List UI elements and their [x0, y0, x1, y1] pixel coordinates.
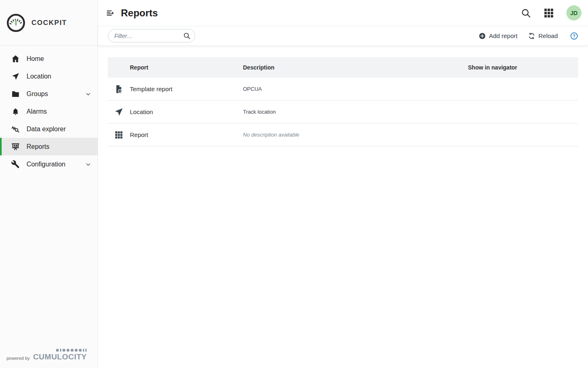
filter-input[interactable]: [108, 29, 195, 43]
app-window: COCKPIT Home Location Groups: [0, 0, 588, 368]
action-toolbar: Add report Reload ?: [98, 26, 588, 46]
report-description: Track location: [243, 109, 468, 115]
report-description: OPCUA: [243, 86, 468, 92]
chevron-down-icon: [85, 162, 91, 167]
sidebar-item-reports[interactable]: Reports: [0, 138, 98, 155]
presentation-icon: [11, 142, 20, 152]
grid-icon: [108, 130, 130, 139]
report-name: Location: [130, 108, 243, 115]
column-header-description: Description: [243, 64, 468, 71]
chevron-down-icon: [85, 91, 91, 97]
cumulocity-dots-icon: [56, 349, 87, 352]
table-row[interactable]: Template report OPCUA: [108, 78, 578, 101]
sidebar-item-alarms[interactable]: Alarms: [0, 103, 98, 120]
brand-header: COCKPIT: [0, 0, 98, 46]
add-report-label: Add report: [489, 32, 517, 39]
sidebar-item-label: Groups: [27, 90, 48, 98]
sidebar-item-label: Alarms: [27, 108, 47, 115]
search-icon[interactable]: [521, 8, 531, 18]
sidebar: COCKPIT Home Location Groups: [0, 0, 98, 368]
sidebar-item-location[interactable]: Location: [0, 67, 98, 85]
sidebar-item-groups[interactable]: Groups: [0, 85, 98, 103]
main-area: Reports JD: [98, 0, 588, 368]
svg-text:?: ?: [573, 34, 575, 38]
powered-by-footer: powered by CUMULOCITY: [0, 344, 98, 368]
sidebar-item-label: Home: [27, 55, 44, 63]
sidebar-item-data-explorer[interactable]: Data explorer: [0, 120, 98, 138]
top-bar: Reports JD: [98, 0, 588, 26]
reload-icon: [528, 32, 535, 40]
reload-button[interactable]: Reload: [528, 32, 558, 40]
bell-icon: [11, 107, 20, 117]
table-header: Report Description Show in navigator: [108, 57, 578, 78]
filter-field-wrap: [108, 29, 195, 43]
column-header-report: Report: [130, 64, 243, 71]
sidebar-item-label: Data explorer: [27, 126, 66, 133]
folder-icon: [11, 89, 20, 99]
app-name: COCKPIT: [31, 19, 67, 27]
data-explorer-icon: [11, 124, 20, 134]
topbar-actions: JD: [521, 5, 581, 20]
powered-by-label: powered by: [7, 356, 30, 361]
collapse-navigator-icon[interactable]: [105, 7, 116, 19]
plus-circle-icon: [479, 32, 486, 40]
report-name: Template report: [130, 85, 243, 92]
add-report-button[interactable]: Add report: [479, 32, 517, 40]
table-row[interactable]: Report No description available: [108, 123, 578, 146]
page-title: Reports: [121, 7, 158, 19]
cumulocity-wordmark: CUMULOCITY: [33, 352, 87, 361]
help-icon[interactable]: ?: [570, 32, 578, 40]
column-header-show-in-navigator: Show in navigator: [468, 64, 578, 71]
file-clock-icon: [108, 84, 130, 94]
location-arrow-icon: [108, 108, 130, 117]
user-avatar[interactable]: JD: [566, 5, 581, 20]
reload-label: Reload: [538, 32, 558, 39]
location-arrow-icon: [11, 72, 20, 81]
sidebar-item-configuration[interactable]: Configuration: [0, 155, 98, 173]
sidebar-item-home[interactable]: Home: [0, 50, 98, 67]
table-row[interactable]: Location Track location: [108, 101, 578, 123]
reports-content: Report Description Show in navigator Tem…: [98, 46, 588, 368]
gauge-icon: [7, 13, 25, 32]
sidebar-nav: Home Location Groups: [0, 46, 98, 344]
app-switcher-grid-icon[interactable]: [543, 8, 554, 18]
sidebar-item-label: Location: [27, 73, 51, 80]
home-icon: [11, 54, 20, 64]
report-description: No description available: [243, 132, 468, 138]
toolbar-buttons: Add report Reload ?: [479, 32, 578, 40]
report-name: Report: [130, 131, 243, 138]
tools-icon: [11, 159, 20, 169]
cumulocity-logo: CUMULOCITY: [33, 349, 87, 361]
sidebar-item-label: Reports: [27, 143, 49, 150]
sidebar-item-label: Configuration: [27, 161, 65, 168]
